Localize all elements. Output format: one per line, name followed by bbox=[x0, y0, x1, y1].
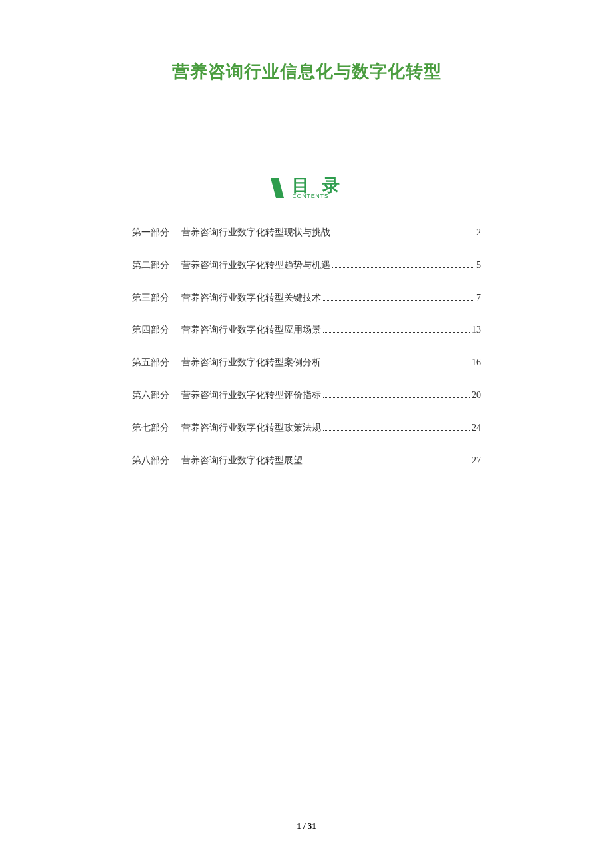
toc-dots bbox=[323, 332, 470, 333]
toc-dots bbox=[305, 463, 470, 463]
toc-title: 营养咨询行业数字化转型现状与挑战 bbox=[181, 227, 330, 239]
toc-dots bbox=[332, 235, 474, 235]
toc-row: 第四部分 营养咨询行业数字化转型应用场景 13 bbox=[132, 325, 481, 336]
toc-part: 第一部分 bbox=[132, 227, 169, 239]
toc-title: 营养咨询行业数字化转型展望 bbox=[181, 455, 303, 467]
toc-row: 第三部分 营养咨询行业数字化转型关键技术 7 bbox=[132, 293, 481, 304]
svg-marker-0 bbox=[271, 178, 284, 198]
toc-dots bbox=[323, 397, 470, 398]
toc-label: 目 录 bbox=[292, 177, 343, 194]
toc-title: 营养咨询行业数字化转型评价指标 bbox=[181, 390, 321, 401]
toc-list: 第一部分 营养咨询行业数字化转型现状与挑战 2 第二部分 营养咨询行业数字化转型… bbox=[80, 227, 533, 466]
toc-dots bbox=[332, 267, 474, 268]
toc-dots bbox=[323, 365, 470, 365]
toc-part: 第六部分 bbox=[132, 390, 169, 401]
toc-dots bbox=[323, 430, 470, 431]
toc-part: 第三部分 bbox=[132, 293, 169, 304]
toc-title: 营养咨询行业数字化转型政策法规 bbox=[181, 423, 321, 434]
toc-row: 第二部分 营养咨询行业数字化转型趋势与机遇 5 bbox=[132, 260, 481, 271]
toc-page: 20 bbox=[472, 390, 481, 401]
toc-page: 16 bbox=[472, 357, 481, 369]
toc-row: 第七部分 营养咨询行业数字化转型政策法规 24 bbox=[132, 423, 481, 434]
toc-row: 第五部分 营养咨询行业数字化转型案例分析 16 bbox=[132, 357, 481, 369]
toc-page: 2 bbox=[476, 227, 481, 239]
toc-part: 第五部分 bbox=[132, 357, 169, 369]
toc-header: 目 录 CONTENTS bbox=[80, 177, 533, 199]
toc-page: 5 bbox=[476, 260, 481, 271]
toc-sublabel: CONTENTS bbox=[292, 193, 328, 199]
document-title: 营养咨询行业信息化与数字化转型 bbox=[80, 60, 533, 83]
toc-page: 27 bbox=[472, 455, 481, 467]
toc-part: 第七部分 bbox=[132, 423, 169, 434]
page-number: 1 / 31 bbox=[0, 821, 613, 831]
toc-row: 第八部分 营养咨询行业数字化转型展望 27 bbox=[132, 455, 481, 467]
toc-title: 营养咨询行业数字化转型关键技术 bbox=[181, 293, 321, 304]
toc-row: 第一部分 营养咨询行业数字化转型现状与挑战 2 bbox=[132, 227, 481, 239]
toc-label-group: 目 录 CONTENTS bbox=[292, 177, 343, 199]
toc-page: 7 bbox=[476, 293, 481, 304]
toc-title: 营养咨询行业数字化转型案例分析 bbox=[181, 357, 321, 369]
toc-part: 第四部分 bbox=[132, 325, 169, 336]
toc-page: 13 bbox=[472, 325, 481, 336]
toc-row: 第六部分 营养咨询行业数字化转型评价指标 20 bbox=[132, 390, 481, 401]
toc-part: 第二部分 bbox=[132, 260, 169, 271]
toc-mark-icon bbox=[269, 177, 287, 199]
toc-part: 第八部分 bbox=[132, 455, 169, 467]
toc-title: 营养咨询行业数字化转型趋势与机遇 bbox=[181, 260, 330, 271]
page-container: 营养咨询行业信息化与数字化转型 目 录 CONTENTS 第一部分 营养咨询行业… bbox=[0, 0, 613, 868]
toc-title: 营养咨询行业数字化转型应用场景 bbox=[181, 325, 321, 336]
toc-page: 24 bbox=[472, 423, 481, 434]
toc-dots bbox=[323, 300, 474, 301]
